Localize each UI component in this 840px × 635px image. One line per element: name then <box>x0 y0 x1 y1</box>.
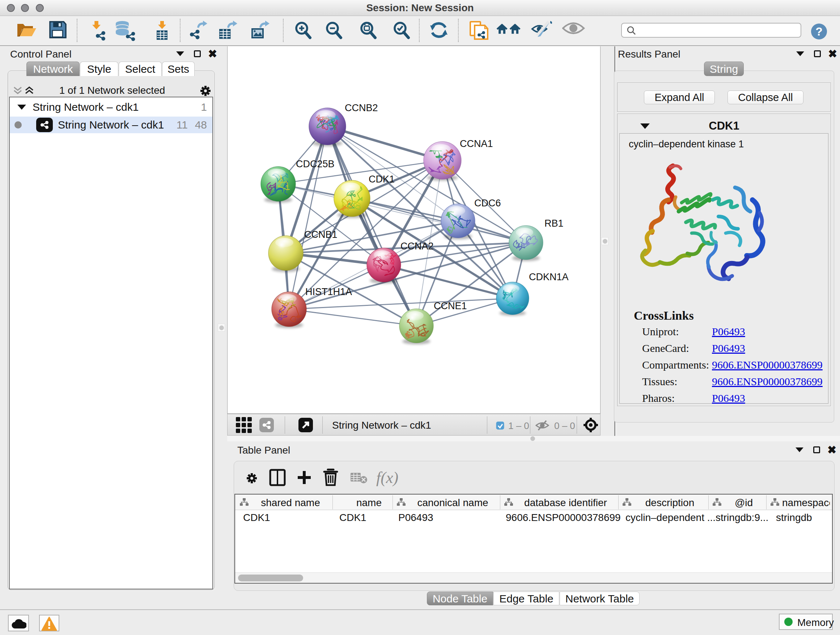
svg-text:CCNA2: CCNA2 <box>401 241 434 252</box>
svg-text:CCNA1: CCNA1 <box>460 138 493 149</box>
svg-text:HIST1H1A: HIST1H1A <box>305 287 352 297</box>
svg-text:CCNB1: CCNB1 <box>304 229 338 240</box>
svg-text:CCNE1: CCNE1 <box>434 301 467 311</box>
svg-text:CDK1: CDK1 <box>369 174 395 185</box>
svg-text:?: ? <box>815 25 823 38</box>
svg-text:CDC6: CDC6 <box>474 198 501 209</box>
svg-text:CDC25B: CDC25B <box>296 158 335 169</box>
svg-text:CCNB2: CCNB2 <box>345 103 378 113</box>
svg-text:RB1: RB1 <box>545 218 564 229</box>
svg-text:CDKN1A: CDKN1A <box>529 272 569 282</box>
